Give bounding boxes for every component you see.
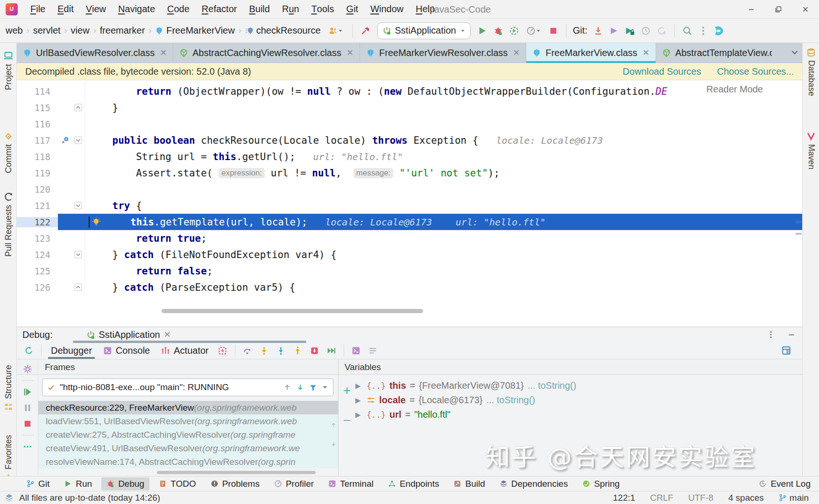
- run-with-coverage-button[interactable]: [506, 22, 522, 39]
- code-line-123[interactable]: 123 return true;: [17, 230, 802, 246]
- step-over-button[interactable]: [239, 343, 256, 358]
- toolwindow-spring[interactable]: Spring: [577, 477, 625, 490]
- line-number[interactable]: 123: [17, 233, 58, 244]
- code-line-118[interactable]: 118 String url = this.getUrl(); url: "he…: [17, 148, 802, 165]
- menu-git[interactable]: Git: [340, 0, 365, 19]
- code-line-115[interactable]: 115 }: [17, 99, 802, 116]
- line-number[interactable]: 117: [17, 135, 58, 146]
- download-sources-link[interactable]: Download Sources: [623, 66, 701, 77]
- toolwindow-endpoints[interactable]: Endpoints: [383, 477, 445, 490]
- fold-up-icon[interactable]: [74, 283, 82, 291]
- expand-chevron-icon[interactable]: ▶: [355, 411, 363, 419]
- toolwindow-dependencies[interactable]: Dependencies: [494, 477, 573, 490]
- tab-close-icon[interactable]: ✕: [513, 48, 520, 58]
- prev-frame-arrow-icon[interactable]: [283, 383, 291, 392]
- line-number[interactable]: 118: [17, 152, 58, 162]
- hidden-tabs-chevron-icon[interactable]: [790, 48, 799, 57]
- debug-session-tab[interactable]: SstiApplication ✕: [84, 327, 174, 342]
- toolwindow-run[interactable]: Run: [59, 477, 97, 490]
- mute-breakpoints-button[interactable]: [365, 343, 381, 358]
- sidebar-item-favorites[interactable]: Favorites: [0, 435, 17, 482]
- tab-UrlBasedViewResolver-class[interactable]: UrlBasedViewResolver.class✕: [17, 43, 173, 63]
- menu-window[interactable]: Window: [364, 0, 410, 19]
- git-update-button[interactable]: [590, 22, 606, 39]
- tab-close-icon[interactable]: ✕: [346, 48, 353, 58]
- menu-build[interactable]: Build: [243, 0, 275, 19]
- scroll-up-icon[interactable]: [330, 421, 337, 428]
- menu-edit[interactable]: Edit: [51, 0, 79, 19]
- tab-FreeMarkerView-class[interactable]: FreeMarkerView.class✕: [526, 43, 656, 63]
- editor-scrollbar-stripe[interactable]: [795, 80, 802, 327]
- tab-FreeMarkerViewResolver-class[interactable]: FreeMarkerViewResolver.class✕: [360, 43, 526, 63]
- tab-close-icon[interactable]: ✕: [642, 48, 650, 58]
- run-button[interactable]: [474, 22, 490, 39]
- editor-horizontal-scrollbar[interactable]: [162, 309, 423, 313]
- line-number[interactable]: 125: [17, 266, 58, 276]
- rollback-button[interactable]: [654, 22, 670, 39]
- menu-code[interactable]: Code: [161, 0, 196, 19]
- scroll-down-icon[interactable]: [330, 441, 337, 448]
- tostring-link[interactable]: ... toString(): [528, 380, 576, 391]
- fold-down-icon[interactable]: [74, 136, 82, 144]
- menu-file[interactable]: File: [24, 0, 51, 19]
- toolwindow-problems[interactable]: Problems: [205, 477, 265, 490]
- expand-chevron-icon[interactable]: ▶: [355, 396, 363, 405]
- filter-funnel-icon[interactable]: [309, 384, 317, 392]
- line-ending-indicator[interactable]: CRLF: [650, 493, 673, 503]
- line-number[interactable]: 126: [17, 282, 58, 293]
- tab-AbstractCachingViewResolver-class[interactable]: AbstractCachingViewResolver.class✕: [173, 43, 360, 63]
- next-frame-arrow-icon[interactable]: [296, 383, 304, 392]
- stack-frame-row[interactable]: resolveViewName:174, AbstractCachingView…: [38, 455, 338, 469]
- encoding-indicator[interactable]: UTF-8: [688, 493, 713, 503]
- breadcrumb-freemarker[interactable]: freemarker: [97, 25, 148, 36]
- frames-horizontal-scrollbar[interactable]: [157, 471, 316, 474]
- run-to-cursor-button[interactable]: [323, 343, 340, 358]
- breadcrumb-view[interactable]: view: [68, 25, 92, 36]
- pause-program-button[interactable]: [23, 403, 32, 413]
- sidebar-item-pull-requests[interactable]: Pull Requests: [0, 192, 17, 257]
- git-commit-button[interactable]: [622, 22, 638, 39]
- debug-tab-console[interactable]: Console: [98, 342, 155, 359]
- debug-minimize-icon[interactable]: [787, 330, 796, 339]
- thread-dropdown-chevron-icon[interactable]: [322, 384, 328, 391]
- stack-frame-row[interactable]: loadView:551, UrlBasedViewResolver (org.…: [38, 414, 338, 428]
- vcs-status-message[interactable]: All files are up-to-date (today 14:26): [19, 493, 160, 503]
- force-step-into-button[interactable]: [273, 343, 289, 358]
- close-button[interactable]: [792, 0, 819, 19]
- git-branch-widget[interactable]: main: [779, 493, 809, 503]
- line-number[interactable]: 121: [17, 201, 58, 211]
- sidebar-item-maven[interactable]: Maven: [803, 132, 819, 169]
- tostring-link[interactable]: ... toString(): [486, 395, 535, 406]
- sidebar-item-commit[interactable]: Commit: [0, 132, 17, 173]
- more-actions-button[interactable]: [23, 442, 32, 451]
- intention-lightbulb-icon[interactable]: [92, 217, 101, 227]
- debug-button[interactable]: [490, 22, 506, 39]
- stack-frame-row[interactable]: checkResource:229, FreeMarkerView (org.s…: [38, 401, 338, 414]
- layout-settings-button[interactable]: [778, 343, 795, 358]
- debug-options-kebab-icon[interactable]: [767, 330, 775, 339]
- code-with-me-button[interactable]: [324, 22, 348, 39]
- breadcrumb-servlet[interactable]: servlet: [30, 25, 64, 36]
- build-project-button[interactable]: [358, 22, 374, 39]
- code-line-121[interactable]: 121 try {: [17, 197, 802, 214]
- stop-process-button[interactable]: [23, 419, 32, 428]
- fold-down-icon[interactable]: [74, 202, 82, 210]
- git-push-button[interactable]: [606, 22, 622, 39]
- sidebar-item-structure[interactable]: Structure: [0, 365, 17, 412]
- menu-run[interactable]: Run: [276, 0, 305, 19]
- step-out-button[interactable]: [289, 343, 306, 358]
- line-number[interactable]: 116: [17, 119, 58, 129]
- code-line-125[interactable]: 125 return false;: [17, 263, 802, 279]
- debug-tab-actuator[interactable]: Actuator: [155, 342, 214, 359]
- line-number[interactable]: 122: [17, 217, 58, 227]
- maximize-button[interactable]: [765, 0, 792, 19]
- run-configuration-select[interactable]: SstiApplication: [377, 22, 471, 39]
- variable-row-this[interactable]: ▶{..}this = {FreeMarkerView@7081} ... to…: [355, 378, 802, 393]
- choose-sources-link[interactable]: Choose Sources...: [717, 66, 794, 77]
- caret-position[interactable]: 122:1: [613, 493, 635, 503]
- line-number[interactable]: 120: [17, 184, 58, 195]
- stack-frame-row[interactable]: createView:491, UrlBasedViewResolver (or…: [38, 441, 338, 455]
- breadcrumb-checkresource[interactable]: checkResource: [242, 25, 324, 36]
- scrollbar-thumb[interactable]: [796, 233, 802, 235]
- breadcrumb-freemarkerview[interactable]: FreeMarkerView: [152, 25, 237, 36]
